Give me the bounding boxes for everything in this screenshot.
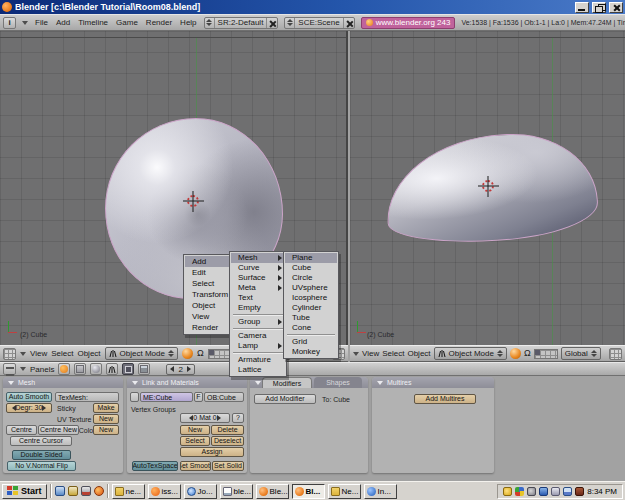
- screen-name[interactable]: SR:2-Default: [215, 18, 267, 27]
- tray-settings-icon[interactable]: [527, 487, 536, 496]
- autotexspace-button[interactable]: AutoTexSpace: [132, 461, 178, 471]
- texmesh-field[interactable]: TexMesh:: [55, 392, 119, 402]
- editor-type-icon[interactable]: [3, 348, 16, 360]
- quicklaunch-ie-icon[interactable]: [55, 486, 65, 496]
- tray-camera-icon[interactable]: [575, 487, 584, 496]
- scene-browse-icon[interactable]: [285, 18, 295, 28]
- screen-browse-icon[interactable]: [205, 18, 215, 28]
- menu-item-meta[interactable]: Meta: [231, 283, 285, 293]
- menu-item-camera[interactable]: Camera: [231, 331, 285, 341]
- quicklaunch-show-desktop-icon[interactable]: [81, 486, 91, 496]
- task-blender-ble[interactable]: Ble...: [256, 484, 289, 499]
- tray-security-icon[interactable]: [551, 487, 560, 496]
- object-datablock-field[interactable]: OB:Cube: [204, 392, 244, 402]
- menu-item-lamp[interactable]: Lamp: [231, 341, 285, 351]
- menu-item-plane[interactable]: Plane: [285, 253, 337, 263]
- panel-multires-header[interactable]: Multires: [372, 377, 494, 388]
- new-uv-texture-button[interactable]: New: [93, 414, 119, 424]
- header-collapse-icon[interactable]: [353, 352, 359, 356]
- info-editor-icon[interactable]: i: [3, 17, 16, 29]
- tray-network-icon[interactable]: [539, 487, 548, 496]
- shading-buttons-icon[interactable]: [90, 363, 102, 375]
- start-button[interactable]: Start: [2, 484, 47, 499]
- minimize-button[interactable]: [575, 2, 589, 13]
- scene-buttons-icon[interactable]: [138, 363, 150, 375]
- task-document-ble[interactable]: ble...: [220, 484, 253, 499]
- select-menu[interactable]: Select: [382, 349, 404, 358]
- set-solid-button[interactable]: Set Solid: [212, 461, 244, 471]
- mode-select[interactable]: Object Mode: [434, 347, 507, 360]
- header-collapse-icon[interactable]: [20, 367, 26, 371]
- menu-item-cylinder[interactable]: Cylinder: [285, 303, 337, 313]
- editing-buttons-icon[interactable]: [122, 363, 134, 375]
- menu-item-empty[interactable]: Empty: [231, 303, 285, 313]
- auto-smooth-button[interactable]: Auto Smooth: [6, 392, 52, 402]
- add-multires-button[interactable]: Add Multires: [414, 394, 476, 404]
- mode-select[interactable]: Object Mode: [105, 347, 178, 360]
- no-v-normal-flip-button[interactable]: No V.Normal Flip: [7, 461, 76, 471]
- quicklaunch-mail-icon[interactable]: [68, 486, 78, 496]
- view-menu[interactable]: View: [30, 349, 47, 358]
- object-buttons-icon[interactable]: [106, 363, 118, 375]
- menu-item-icosphere[interactable]: Icosphere: [285, 293, 337, 303]
- header-collapse-icon[interactable]: [22, 21, 28, 25]
- panel-mesh-header[interactable]: Mesh: [3, 377, 123, 388]
- tray-messenger-icon[interactable]: [515, 487, 524, 496]
- menu-item-lattice[interactable]: Lattice: [231, 365, 285, 375]
- screen-selector[interactable]: SR:2-Default: [204, 17, 279, 29]
- window-titlebar[interactable]: Blender [c:\Blender Tutorial\Room08.blen…: [0, 0, 625, 14]
- select-button[interactable]: Select: [180, 436, 210, 446]
- task-internet-in[interactable]: In...: [364, 484, 397, 499]
- layers-widget[interactable]: [534, 349, 558, 359]
- panel-collapse-icon[interactable]: [377, 381, 383, 385]
- scene-delete-icon[interactable]: [343, 18, 354, 28]
- panel-collapse-icon[interactable]: [132, 381, 138, 385]
- object-menu[interactable]: Object: [77, 349, 100, 358]
- spinner-left-icon[interactable]: [170, 366, 174, 372]
- add-modifier-button[interactable]: Add Modifier: [254, 394, 316, 404]
- menu-item-uvsphere[interactable]: UVsphere: [285, 283, 337, 293]
- viewport-shading-icon[interactable]: [182, 348, 193, 359]
- menu-add[interactable]: Add: [55, 18, 71, 27]
- menu-game[interactable]: Game: [115, 18, 139, 27]
- menu-item-cone[interactable]: Cone: [285, 323, 337, 333]
- task-search-jo[interactable]: Jo...: [184, 484, 217, 499]
- viewport-shading-icon[interactable]: [510, 348, 521, 359]
- assign-button[interactable]: Assign: [180, 447, 244, 457]
- scene-selector[interactable]: SCE:Scene: [284, 17, 354, 29]
- pivot-point-icon[interactable]: Ω: [524, 349, 531, 358]
- material-index-spinner[interactable]: 0 Mat 0: [180, 413, 230, 423]
- task-firefox-iss[interactable]: iss...: [148, 484, 181, 499]
- object-menu[interactable]: Object: [407, 349, 430, 358]
- buttons-page-spinner[interactable]: 2: [166, 364, 194, 375]
- logic-buttons-icon[interactable]: [58, 363, 70, 375]
- deselect-button[interactable]: Deselect: [211, 436, 244, 446]
- material-help-button[interactable]: ?: [232, 413, 244, 423]
- menu-render[interactable]: Render: [145, 18, 173, 27]
- spinner-right-icon[interactable]: [187, 366, 191, 372]
- quicklaunch-media-icon[interactable]: [94, 486, 104, 496]
- restore-button[interactable]: [592, 2, 606, 13]
- menu-item-tube[interactable]: Tube: [285, 313, 337, 323]
- panel-link-header[interactable]: Link and Materials: [127, 377, 247, 388]
- menu-item-surface[interactable]: Surface: [231, 273, 285, 283]
- task-folder-ne[interactable]: ne...: [112, 484, 145, 499]
- menu-item-monkey[interactable]: Monkey: [285, 347, 337, 357]
- menu-file[interactable]: File: [34, 18, 49, 27]
- delete-material-button[interactable]: Delete: [211, 425, 244, 435]
- centre-new-button[interactable]: Centre New: [38, 425, 79, 435]
- viewport-right[interactable]: (2) Cube: [350, 31, 625, 345]
- centre-button[interactable]: Centre: [6, 425, 37, 435]
- menu-help[interactable]: Help: [179, 18, 197, 27]
- set-smooth-button[interactable]: Set Smooth: [180, 461, 211, 471]
- make-sticky-button[interactable]: Make: [93, 403, 119, 413]
- screen-delete-icon[interactable]: [266, 18, 277, 28]
- tab-shapes[interactable]: Shapes: [314, 377, 362, 388]
- tray-printer-icon[interactable]: [563, 487, 572, 496]
- new-vertex-color-button[interactable]: New: [93, 425, 119, 435]
- degr-spinner[interactable]: Degr: 30: [6, 403, 52, 413]
- header-collapse-icon[interactable]: [20, 352, 26, 356]
- menu-timeline[interactable]: Timeline: [77, 18, 109, 27]
- task-folder-ne2[interactable]: Ne...: [328, 484, 361, 499]
- buttons-editor-icon[interactable]: [3, 363, 16, 375]
